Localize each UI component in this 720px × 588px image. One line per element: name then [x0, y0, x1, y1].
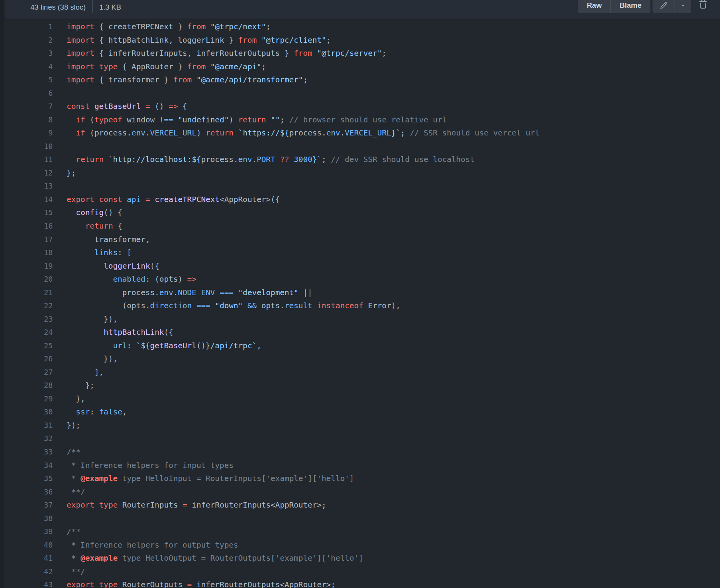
code-line: 32 [5, 432, 720, 445]
code-token [67, 208, 76, 217]
line-number[interactable]: 28 [5, 379, 53, 392]
code-token: **/ [67, 567, 85, 576]
blame-button[interactable]: Blame [611, 0, 650, 13]
line-number[interactable]: 2 [5, 33, 53, 47]
code-line: 20 enabled: (opts) => [5, 272, 720, 286]
line-number[interactable]: 23 [5, 312, 53, 326]
line-number[interactable]: 6 [5, 87, 53, 100]
line-number[interactable]: 1 [5, 20, 53, 33]
code-token: * [67, 474, 80, 483]
code-token: ], [67, 368, 104, 377]
line-number[interactable]: 4 [5, 60, 53, 74]
edit-dropdown-button[interactable] [675, 0, 691, 13]
line-number[interactable]: 10 [5, 140, 53, 153]
line-number[interactable]: 36 [5, 485, 53, 499]
line-number[interactable]: 3 [5, 47, 53, 60]
code-token: false [99, 407, 122, 416]
line-number[interactable]: 29 [5, 392, 53, 406]
line-number[interactable]: 41 [5, 551, 53, 565]
code-line: 27 ], [5, 366, 720, 379]
line-number[interactable]: 12 [5, 166, 53, 180]
line-number[interactable]: 33 [5, 445, 53, 459]
line-number[interactable]: 24 [5, 326, 53, 339]
line-number[interactable]: 34 [5, 459, 53, 472]
code-text: import { createTRPCNext } from "@trpc/ne… [53, 20, 271, 33]
line-number[interactable]: 17 [5, 233, 53, 246]
code-token: NODE_ENV [178, 288, 215, 297]
line-number[interactable]: 21 [5, 286, 53, 299]
line-number[interactable]: 18 [5, 246, 53, 259]
code-token: , [257, 341, 261, 350]
line-number[interactable]: 13 [5, 179, 53, 193]
code-token [206, 62, 210, 71]
code-line: 7const getBaseUrl = () => { [5, 100, 720, 113]
code-token [67, 115, 76, 124]
raw-blame-group: Raw Blame [578, 0, 650, 13]
code-token: "@acme/api" [210, 62, 261, 71]
code-token: ssr [76, 407, 90, 416]
line-number[interactable]: 15 [5, 206, 53, 219]
raw-button[interactable]: Raw [578, 0, 611, 13]
code-line: 18 links: [ [5, 246, 720, 259]
delete-file-button[interactable] [698, 0, 708, 9]
code-text: import { transformer } from "@acme/api/t… [53, 73, 308, 87]
code-text: links: [ [53, 246, 132, 259]
code-token: === [219, 288, 233, 297]
line-number[interactable]: 37 [5, 498, 53, 512]
edit-button[interactable] [653, 0, 675, 13]
line-number[interactable]: 30 [5, 405, 53, 419]
triangle-down-icon [680, 2, 686, 8]
code-token: PORT [257, 155, 275, 164]
code-text: **/ [53, 485, 85, 499]
line-number[interactable]: 19 [5, 259, 53, 273]
code-text: import { httpBatchLink, loggerLink } fro… [53, 33, 331, 47]
line-number[interactable]: 27 [5, 366, 53, 379]
line-number[interactable]: 39 [5, 525, 53, 538]
code-line: 5import { transformer } from "@acme/api/… [5, 73, 720, 87]
line-number[interactable]: 43 [5, 578, 53, 588]
code-token: "@trpc/server" [317, 48, 382, 58]
line-number[interactable]: 26 [5, 352, 53, 366]
line-number[interactable]: 31 [5, 419, 53, 432]
code-line: 31}); [5, 419, 720, 432]
code-line: 33/** [5, 445, 720, 459]
code-token: . [252, 155, 257, 164]
code-text: export const api = createTRPCNext<AppRou… [53, 193, 280, 206]
line-number[interactable]: 25 [5, 339, 53, 352]
code-token: || [303, 288, 312, 297]
line-number[interactable]: 35 [5, 472, 53, 485]
line-number[interactable]: 38 [5, 512, 53, 525]
code-line: 6 [5, 87, 720, 100]
code-text: * Inference helpers for output types [53, 538, 238, 552]
code-token: export [67, 195, 94, 204]
code-token: ( [85, 115, 94, 124]
code-line: 23 }), [5, 312, 720, 326]
code-text: }), [53, 352, 117, 366]
line-number[interactable]: 20 [5, 272, 53, 286]
code-token: ; [280, 115, 289, 124]
code-token: links [94, 248, 117, 257]
line-number[interactable]: 9 [5, 126, 53, 140]
code-token: getBaseUrl [150, 341, 196, 350]
line-number[interactable]: 40 [5, 538, 53, 552]
code-token: direction [150, 301, 192, 310]
code-line: 9 if (process.env.VERCEL_URL) return `ht… [5, 126, 720, 140]
code-token: process. [201, 155, 238, 164]
code-token: env [326, 128, 340, 137]
code-token: }), [67, 354, 117, 363]
line-number[interactable]: 42 [5, 565, 53, 578]
code-token: ) [196, 128, 206, 137]
line-number[interactable]: 16 [5, 219, 53, 233]
line-number[interactable]: 11 [5, 153, 53, 166]
code-text [53, 179, 67, 193]
line-number[interactable]: 7 [5, 100, 53, 113]
line-number[interactable]: 32 [5, 432, 53, 445]
line-number[interactable]: 8 [5, 113, 53, 127]
line-number[interactable]: 22 [5, 299, 53, 312]
line-number[interactable]: 14 [5, 193, 53, 206]
code-token: env [132, 128, 146, 137]
code-token: : [127, 341, 136, 350]
line-number[interactable]: 5 [5, 73, 53, 87]
code-token: env [238, 155, 252, 164]
code-token: => [169, 102, 178, 111]
